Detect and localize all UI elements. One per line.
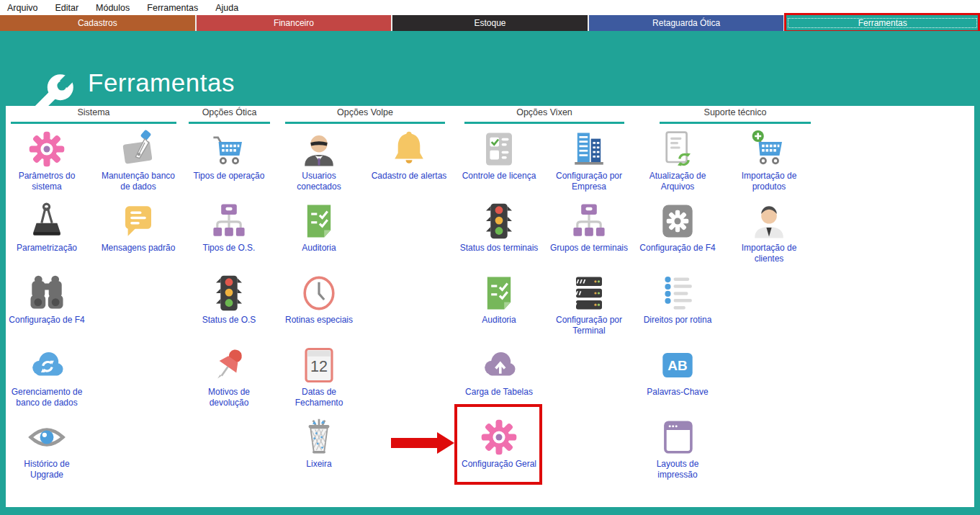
item-configuracao-por-terminal[interactable]: Configuração por Terminal	[549, 274, 629, 336]
item-configuracao-de-f4[interactable]: Configuração de F4	[7, 274, 86, 326]
cart-plus-icon	[750, 130, 788, 169]
category-underline	[464, 122, 624, 124]
menu-modulos[interactable]: Módulos	[96, 3, 130, 13]
category-suporte-tecnico: Suporte técnico	[660, 107, 811, 117]
item-label: Auditoria	[279, 243, 359, 254]
app-window-icon	[658, 418, 697, 457]
item-label: Auditoria	[459, 315, 539, 326]
org-tree-icon	[210, 202, 248, 241]
gear-square-icon	[658, 202, 697, 241]
category-underline	[11, 122, 176, 124]
item-status-de-o-s[interactable]: Status de O.S	[189, 274, 269, 326]
item-atualizacao-de-arquivos[interactable]: Atualização de Arquivos	[638, 130, 717, 192]
item-manutencao-banco-de-dados[interactable]: Manutenção banco de dados	[99, 130, 178, 192]
item-grupos-de-terminais[interactable]: Grupos de terminais	[549, 202, 629, 254]
tab-cadastros[interactable]: Cadastros	[0, 15, 197, 31]
category-underline	[189, 122, 270, 124]
user-tie-icon	[750, 202, 788, 241]
svg-text:12: 12	[310, 357, 328, 375]
item-label: Gerenciamento de banco de dados	[7, 387, 86, 408]
item-tipos-de-o-s[interactable]: Tipos de O.S.	[189, 202, 269, 254]
tab-ferramentas[interactable]: Ferramentas	[785, 15, 980, 31]
pen-document-icon	[119, 130, 158, 169]
buildings-icon	[570, 130, 608, 169]
bell-icon	[390, 130, 428, 169]
shopping-cart-icon	[210, 130, 248, 169]
item-label: Importação de clientes	[729, 243, 809, 264]
item-datas-de-fechamento[interactable]: 12Datas de Fechamento	[279, 346, 359, 408]
item-gerenciamento-de-banco-de-dados[interactable]: Gerenciamento de banco de dados	[7, 346, 86, 408]
item-label: Direitos por rotina	[638, 315, 717, 326]
item-auditoria[interactable]: Auditoria	[459, 274, 539, 326]
item-label: Importação de produtos	[729, 171, 809, 192]
item-label: Configuração por Empresa	[549, 171, 629, 192]
menu-ajuda[interactable]: Ajuda	[215, 3, 238, 13]
item-importacao-de-clientes[interactable]: Importação de clientes	[729, 202, 809, 264]
item-parametros-do-sistema[interactable]: Parâmetros do sistema	[7, 130, 86, 192]
item-label: Grupos de terminais	[549, 243, 629, 254]
trash-icon	[300, 418, 338, 457]
calendar-icon: 12	[300, 346, 338, 385]
item-cadastro-de-alertas[interactable]: Cadastro de alertas	[369, 130, 449, 182]
category-label: Sistema	[77, 107, 109, 117]
menu-editar[interactable]: Editar	[55, 3, 78, 13]
item-configuracao-geral[interactable]: Configuração Geral	[459, 418, 539, 470]
item-status-dos-terminais[interactable]: Status dos terminais	[459, 202, 539, 254]
clock-icon	[300, 274, 338, 313]
tab-retaguarda-otica[interactable]: Retaguarda Ótica	[589, 15, 786, 31]
license-checklist-icon	[480, 130, 518, 169]
binoculars-icon	[27, 274, 66, 313]
item-label: Configuração de F4	[7, 315, 86, 326]
item-label: Palavras-Chave	[638, 387, 717, 398]
item-importacao-de-produtos[interactable]: Importação de produtos	[729, 130, 809, 192]
item-label: Motivos de devolução	[189, 387, 269, 408]
category-label: Opções Volpe	[337, 107, 393, 117]
pink-gear-icon	[27, 130, 66, 169]
pushpin-icon	[210, 346, 248, 385]
item-label: Usuarios conectados	[279, 171, 359, 192]
item-label: Manutenção banco de dados	[99, 171, 178, 192]
org-tree-icon	[570, 202, 608, 241]
category-opcoes-volpe: Opções Volpe	[285, 107, 445, 117]
item-label: Layouts de impressão	[638, 459, 717, 480]
item-label: Datas de Fechamento	[279, 387, 359, 408]
item-historico-de-upgrade[interactable]: Histórico de Upgrade	[7, 418, 86, 480]
item-usuarios-conectados[interactable]: Usuarios conectados	[279, 130, 359, 192]
item-configuracao-por-empresa[interactable]: Configuração por Empresa	[549, 130, 629, 192]
eye-icon	[27, 418, 66, 457]
application-window: ArquivoEditarMódulosFerramentasAjuda Cad…	[0, 0, 980, 515]
module-header: Ferramentas Ambiente para ferramentas em…	[0, 31, 980, 106]
category-underline	[660, 122, 811, 124]
annotation-red-arrow-icon	[391, 438, 437, 448]
document-sync-icon	[658, 130, 697, 169]
item-label: Lixeira	[279, 459, 359, 470]
item-label: Controle de licença	[459, 171, 539, 182]
audit-note-icon	[480, 274, 518, 313]
item-label: Configuração Geral	[459, 459, 539, 470]
item-controle-de-licenca[interactable]: Controle de licença	[459, 130, 539, 182]
menu-arquivo[interactable]: Arquivo	[7, 3, 37, 13]
rights-list-icon	[658, 274, 697, 313]
item-direitos-por-rotina[interactable]: Direitos por rotina	[638, 274, 717, 326]
item-tipos-de-operacao[interactable]: Tipos de operação	[189, 130, 269, 182]
item-label: Rotinas especiais	[279, 315, 359, 326]
cloud-sync-icon	[27, 346, 66, 385]
item-palavras-chave[interactable]: ABPalavras-Chave	[638, 346, 717, 398]
item-lixeira[interactable]: Lixeira	[279, 418, 359, 470]
tab-estoque[interactable]: Estoque	[392, 15, 589, 31]
item-layouts-de-impressao[interactable]: Layouts de impressão	[638, 418, 717, 480]
item-rotinas-especiais[interactable]: Rotinas especiais	[279, 274, 359, 326]
module-tabstrip: CadastrosFinanceiroEstoqueRetaguarda Óti…	[0, 15, 980, 31]
item-mensagens-padrao[interactable]: Mensagens padrão	[99, 202, 178, 254]
svg-text:AB: AB	[667, 358, 687, 373]
category-underline	[285, 122, 445, 124]
item-parametrizacao[interactable]: Parametrização	[7, 202, 86, 254]
item-motivos-de-devolucao[interactable]: Motivos de devolução	[189, 346, 269, 408]
item-configuracao-de-f4[interactable]: Configuração de F4	[638, 202, 717, 254]
item-label: Status dos terminais	[459, 243, 539, 254]
item-carga-de-tabelas[interactable]: Carga de Tabelas	[459, 346, 539, 398]
page-title: Ferramentas	[88, 68, 235, 97]
tab-financeiro[interactable]: Financeiro	[197, 15, 393, 31]
item-auditoria[interactable]: Auditoria	[279, 202, 359, 254]
menu-ferramentas[interactable]: Ferramentas	[147, 3, 198, 13]
